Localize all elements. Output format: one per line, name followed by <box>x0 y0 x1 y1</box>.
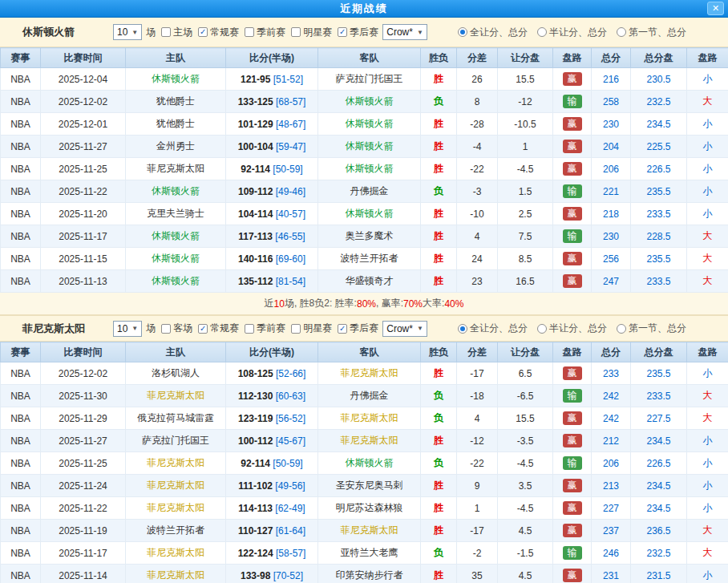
total-points-cell: 242 <box>592 385 631 407</box>
home-team-cell: 犹他爵士 <box>126 113 226 136</box>
bookmaker-select[interactable]: Crow* ▼ <box>382 321 427 337</box>
score-cell: 133-125 [68-57] <box>226 91 318 113</box>
match-row: NBA2025-11-17休斯顿火箭117-113 [46-55]奥兰多魔术胜4… <box>1 225 728 248</box>
win-loss-cell: 胜 <box>421 68 457 91</box>
games-count-suffix: 场 <box>146 26 156 39</box>
filter-checkbox[interactable]: 主场 <box>161 26 192 39</box>
filter-checkbox[interactable]: 明星赛 <box>291 322 332 335</box>
win-loss-cell: 胜 <box>421 203 457 225</box>
games-count-select[interactable]: 10 ▼ <box>113 24 142 40</box>
checkbox-icon <box>245 27 254 37</box>
handicap-result-badge: 输 <box>563 546 582 560</box>
handicap-result-cell: 输 <box>553 225 592 248</box>
league-cell: NBA <box>1 203 41 225</box>
chevron-down-icon: ▼ <box>131 29 138 36</box>
win-loss-cell: 胜 <box>421 497 457 520</box>
handicap-line-cell: 2.5 <box>498 203 553 225</box>
fulltime-score: 135-112 <box>238 276 273 287</box>
over-under-cell: 大 <box>687 385 728 407</box>
recent-results-window: 近期战绩 ✕ 休斯顿火箭 10 ▼ 场 主场✓常规赛季前赛明星赛✓季后赛 Cro… <box>0 0 728 583</box>
close-button[interactable]: ✕ <box>707 2 724 15</box>
filter-checkbox[interactable]: 季前赛 <box>245 26 285 39</box>
fulltime-score: 109-112 <box>238 186 273 197</box>
filter-checkbox[interactable]: ✓常规赛 <box>198 26 239 39</box>
handicap-result-cell: 输 <box>553 452 592 475</box>
home-team-cell: 休斯顿火箭 <box>126 248 226 270</box>
point-diff-cell: -22 <box>457 452 498 475</box>
filter-checkbox[interactable]: ✓季后赛 <box>338 322 378 335</box>
bookmaker-select[interactable]: Crow* ▼ <box>382 24 427 40</box>
point-diff-cell: 4 <box>457 225 498 248</box>
league-cell: NBA <box>1 225 41 248</box>
handicap-result-cell: 赢 <box>553 136 592 158</box>
match-date-cell: 2025-12-01 <box>41 113 126 136</box>
odds-type-radio[interactable]: 半让分、总分 <box>537 26 607 39</box>
fulltime-score: 111-102 <box>238 480 273 492</box>
point-diff-cell: 23 <box>457 270 498 293</box>
handicap-result-badge: 输 <box>563 456 582 470</box>
win-loss-cell: 负 <box>421 452 457 475</box>
point-diff-cell: 24 <box>457 248 498 270</box>
filter-checkbox[interactable]: ✓季后赛 <box>338 26 378 39</box>
total-points-cell: 216 <box>592 68 631 91</box>
match-row: NBA2025-11-27金州勇士100-104 [59-47]休斯顿火箭胜-4… <box>1 136 728 158</box>
radio-label: 全让分、总分 <box>470 322 528 335</box>
match-row: NBA2025-11-13休斯顿火箭135-112 [81-54]华盛顿奇才胜2… <box>1 270 728 293</box>
handicap-result-badge: 赢 <box>563 434 582 447</box>
handicap-line-cell: 16.5 <box>498 270 553 293</box>
handicap-result-badge: 赢 <box>563 524 582 537</box>
handicap-result-cell: 赢 <box>553 270 592 293</box>
summary-text: 大率: <box>423 297 444 310</box>
home-team-cell: 菲尼克斯太阳 <box>126 385 226 407</box>
win-loss-cell: 负 <box>421 385 457 407</box>
handicap-result-cell: 赢 <box>553 68 592 91</box>
odds-type-radio[interactable]: 全让分、总分 <box>458 322 528 335</box>
odds-type-radio[interactable]: 第一节、总分 <box>617 26 686 39</box>
odds-type-radio[interactable]: 半让分、总分 <box>537 322 607 335</box>
filter-checkbox[interactable]: 客场 <box>161 322 192 335</box>
away-team-cell: 印第安纳步行者 <box>318 565 421 583</box>
point-diff-cell: 1 <box>457 497 498 520</box>
odds-type-radio[interactable]: 全让分、总分 <box>458 26 528 39</box>
league-cell: NBA <box>1 520 41 542</box>
match-date-cell: 2025-12-04 <box>41 68 126 91</box>
handicap-line-cell: 4.5 <box>498 565 553 583</box>
match-row: NBA2025-12-02犹他爵士133-125 [68-57]休斯顿火箭负8-… <box>1 91 728 113</box>
win-loss-cell: 胜 <box>421 362 457 385</box>
total-points-cell: 206 <box>592 452 631 475</box>
filter-checkbox[interactable]: 明星赛 <box>291 26 332 39</box>
handicap-line-cell: 4.5 <box>498 520 553 542</box>
halftime-score: [49-56] <box>275 480 305 492</box>
col-header-home: 主队 <box>126 342 226 362</box>
checkbox-icon <box>245 324 254 334</box>
chevron-down-icon: ▼ <box>131 325 138 332</box>
total-line-cell: 235.5 <box>631 180 687 203</box>
score-cell: 123-119 [56-52] <box>226 407 318 430</box>
results-table-rockets: 赛事 比赛时间 主队 比分(半场) 客队 胜负 分差 让分盘 盘路 总分 总分盘… <box>0 47 728 293</box>
point-diff-cell: -28 <box>457 113 498 136</box>
games-count-select[interactable]: 10 ▼ <box>113 321 142 337</box>
handicap-line-cell: -12 <box>498 91 553 113</box>
league-cell: NBA <box>1 385 41 407</box>
match-row: NBA2025-12-04休斯顿火箭121-95 [51-52]萨克拉门托国王胜… <box>1 68 728 91</box>
total-line-cell: 226.5 <box>631 452 687 475</box>
score-cell: 104-114 [40-57] <box>226 203 318 225</box>
col-header-away: 客队 <box>318 48 421 68</box>
fulltime-score: 100-112 <box>238 435 273 447</box>
match-date-cell: 2025-11-15 <box>41 248 126 270</box>
fulltime-score: 140-116 <box>238 253 273 265</box>
home-team-cell: 菲尼克斯太阳 <box>126 542 226 565</box>
score-cell: 100-112 [45-67] <box>226 430 318 452</box>
score-cell: 110-127 [61-64] <box>226 520 318 542</box>
over-under-cell: 小 <box>687 430 728 452</box>
bookmaker-value: Crow* <box>386 26 413 38</box>
filter-checkbox[interactable]: 季前赛 <box>245 322 285 335</box>
filter-checkbox[interactable]: ✓常规赛 <box>198 322 239 335</box>
total-line-cell: 234.5 <box>631 497 687 520</box>
window-title: 近期战绩 <box>340 2 388 16</box>
away-team-cell: 菲尼克斯太阳 <box>318 430 421 452</box>
league-cell: NBA <box>1 475 41 497</box>
total-points-cell: 230 <box>592 225 631 248</box>
handicap-result-badge: 输 <box>563 95 582 108</box>
odds-type-radio[interactable]: 第一节、总分 <box>617 322 686 335</box>
